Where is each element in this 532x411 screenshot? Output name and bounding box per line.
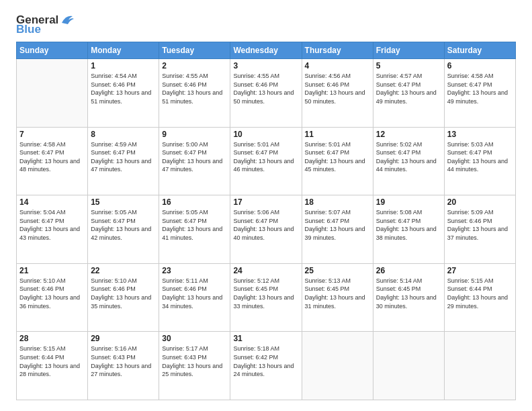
calendar-cell [302,332,373,400]
calendar-cell: 14Sunrise: 5:04 AM Sunset: 6:47 PM Dayli… [17,195,88,264]
calendar-week-row: 14Sunrise: 5:04 AM Sunset: 6:47 PM Dayli… [17,195,516,264]
calendar-day-header: Sunday [17,42,88,59]
calendar-cell [373,332,444,400]
day-number: 27 [447,266,513,275]
day-number: 23 [162,266,227,275]
calendar-cell: 29Sunrise: 5:16 AM Sunset: 6:43 PM Dayli… [88,332,159,400]
day-number: 9 [162,130,227,139]
day-number: 3 [233,61,298,71]
day-number: 7 [19,130,85,139]
day-number: 2 [162,61,227,71]
calendar-cell: 26Sunrise: 5:14 AM Sunset: 6:45 PM Dayli… [373,263,444,332]
calendar-cell: 28Sunrise: 5:15 AM Sunset: 6:44 PM Dayli… [17,332,88,400]
day-info: Sunrise: 5:15 AM Sunset: 6:44 PM Dayligh… [447,277,513,310]
day-number: 4 [305,61,370,71]
day-info: Sunrise: 4:59 AM Sunset: 6:47 PM Dayligh… [91,140,156,174]
day-info: Sunrise: 5:02 AM Sunset: 6:47 PM Dayligh… [376,140,441,174]
calendar-week-row: 28Sunrise: 5:15 AM Sunset: 6:44 PM Dayli… [17,332,516,400]
day-number: 6 [447,61,513,71]
day-info: Sunrise: 4:57 AM Sunset: 6:47 PM Dayligh… [376,72,441,105]
day-info: Sunrise: 5:13 AM Sunset: 6:45 PM Dayligh… [305,277,370,310]
calendar-cell: 21Sunrise: 5:10 AM Sunset: 6:46 PM Dayli… [17,263,88,332]
day-info: Sunrise: 5:12 AM Sunset: 6:45 PM Dayligh… [233,277,298,310]
calendar-cell: 24Sunrise: 5:12 AM Sunset: 6:45 PM Dayli… [230,263,302,332]
day-number: 17 [233,197,298,207]
calendar-cell [444,332,515,400]
day-info: Sunrise: 4:55 AM Sunset: 6:46 PM Dayligh… [162,72,227,105]
calendar-cell: 17Sunrise: 5:06 AM Sunset: 6:47 PM Dayli… [230,195,302,264]
day-info: Sunrise: 5:18 AM Sunset: 6:42 PM Dayligh… [233,345,298,378]
calendar-cell: 6Sunrise: 4:58 AM Sunset: 6:47 PM Daylig… [444,59,515,128]
day-number: 15 [91,197,156,207]
calendar-cell: 30Sunrise: 5:17 AM Sunset: 6:43 PM Dayli… [159,332,230,400]
day-number: 20 [447,197,513,207]
day-number: 31 [233,334,298,343]
day-number: 8 [91,130,156,139]
calendar-day-header: Saturday [444,42,515,59]
calendar-cell: 20Sunrise: 5:09 AM Sunset: 6:46 PM Dayli… [444,195,515,264]
calendar-day-header: Thursday [302,42,373,59]
calendar-week-row: 21Sunrise: 5:10 AM Sunset: 6:46 PM Dayli… [17,263,516,332]
day-info: Sunrise: 5:01 AM Sunset: 6:47 PM Dayligh… [305,140,370,174]
calendar-day-header: Tuesday [159,42,230,59]
logo: General Blue [16,13,75,35]
day-number: 11 [305,130,370,139]
day-info: Sunrise: 5:14 AM Sunset: 6:45 PM Dayligh… [376,277,441,310]
calendar-cell: 13Sunrise: 5:03 AM Sunset: 6:47 PM Dayli… [444,127,515,195]
day-info: Sunrise: 5:08 AM Sunset: 6:47 PM Dayligh… [376,208,441,242]
calendar-day-header: Friday [373,42,444,59]
day-info: Sunrise: 4:54 AM Sunset: 6:46 PM Dayligh… [91,72,156,105]
logo-blue: Blue [16,24,75,35]
day-info: Sunrise: 4:58 AM Sunset: 6:47 PM Dayligh… [19,140,85,174]
calendar-table: SundayMondayTuesdayWednesdayThursdayFrid… [16,42,516,400]
day-number: 1 [91,61,156,71]
calendar-cell: 2Sunrise: 4:55 AM Sunset: 6:46 PM Daylig… [159,59,230,128]
calendar-cell: 9Sunrise: 5:00 AM Sunset: 6:47 PM Daylig… [159,127,230,195]
day-info: Sunrise: 5:09 AM Sunset: 6:46 PM Dayligh… [447,208,513,242]
calendar-cell: 22Sunrise: 5:10 AM Sunset: 6:46 PM Dayli… [88,263,159,332]
day-number: 12 [376,130,441,139]
day-number: 29 [91,334,156,343]
day-number: 26 [376,266,441,275]
day-number: 25 [305,266,370,275]
day-info: Sunrise: 5:00 AM Sunset: 6:47 PM Dayligh… [162,140,227,174]
day-info: Sunrise: 5:03 AM Sunset: 6:47 PM Dayligh… [447,140,513,174]
day-info: Sunrise: 5:07 AM Sunset: 6:47 PM Dayligh… [305,208,370,242]
day-number: 28 [19,334,85,343]
calendar-cell: 5Sunrise: 4:57 AM Sunset: 6:47 PM Daylig… [373,59,444,128]
day-info: Sunrise: 5:10 AM Sunset: 6:46 PM Dayligh… [91,277,156,310]
calendar-cell: 19Sunrise: 5:08 AM Sunset: 6:47 PM Dayli… [373,195,444,264]
page: General Blue SundayMondayTuesdayWednesda… [0,0,532,411]
day-number: 22 [91,266,156,275]
calendar-cell [17,59,88,128]
day-number: 14 [19,197,85,207]
day-info: Sunrise: 5:06 AM Sunset: 6:47 PM Dayligh… [233,208,298,242]
day-info: Sunrise: 5:04 AM Sunset: 6:47 PM Dayligh… [19,208,85,242]
calendar-cell: 18Sunrise: 5:07 AM Sunset: 6:47 PM Dayli… [302,195,373,264]
day-number: 16 [162,197,227,207]
header: General Blue [16,13,516,35]
calendar-cell: 1Sunrise: 4:54 AM Sunset: 6:46 PM Daylig… [88,59,159,128]
calendar-cell: 8Sunrise: 4:59 AM Sunset: 6:47 PM Daylig… [88,127,159,195]
day-info: Sunrise: 4:56 AM Sunset: 6:46 PM Dayligh… [305,72,370,105]
calendar-cell: 15Sunrise: 5:05 AM Sunset: 6:47 PM Dayli… [88,195,159,264]
calendar-header-row: SundayMondayTuesdayWednesdayThursdayFrid… [17,42,516,59]
calendar-cell: 27Sunrise: 5:15 AM Sunset: 6:44 PM Dayli… [444,263,515,332]
calendar-cell: 25Sunrise: 5:13 AM Sunset: 6:45 PM Dayli… [302,263,373,332]
day-info: Sunrise: 4:58 AM Sunset: 6:47 PM Dayligh… [447,72,513,105]
day-info: Sunrise: 5:17 AM Sunset: 6:43 PM Dayligh… [162,345,227,378]
day-info: Sunrise: 5:16 AM Sunset: 6:43 PM Dayligh… [91,345,156,378]
day-number: 19 [376,197,441,207]
calendar-cell: 23Sunrise: 5:11 AM Sunset: 6:46 PM Dayli… [159,263,230,332]
day-info: Sunrise: 5:11 AM Sunset: 6:46 PM Dayligh… [162,277,227,310]
calendar-cell: 10Sunrise: 5:01 AM Sunset: 6:47 PM Dayli… [230,127,302,195]
calendar-week-row: 7Sunrise: 4:58 AM Sunset: 6:47 PM Daylig… [17,127,516,195]
day-number: 13 [447,130,513,139]
calendar-cell: 4Sunrise: 4:56 AM Sunset: 6:46 PM Daylig… [302,59,373,128]
day-number: 5 [376,61,441,71]
calendar-day-header: Monday [88,42,159,59]
day-info: Sunrise: 5:15 AM Sunset: 6:44 PM Dayligh… [19,345,85,378]
calendar-cell: 11Sunrise: 5:01 AM Sunset: 6:47 PM Dayli… [302,127,373,195]
day-number: 24 [233,266,298,275]
day-info: Sunrise: 5:05 AM Sunset: 6:47 PM Dayligh… [162,208,227,242]
